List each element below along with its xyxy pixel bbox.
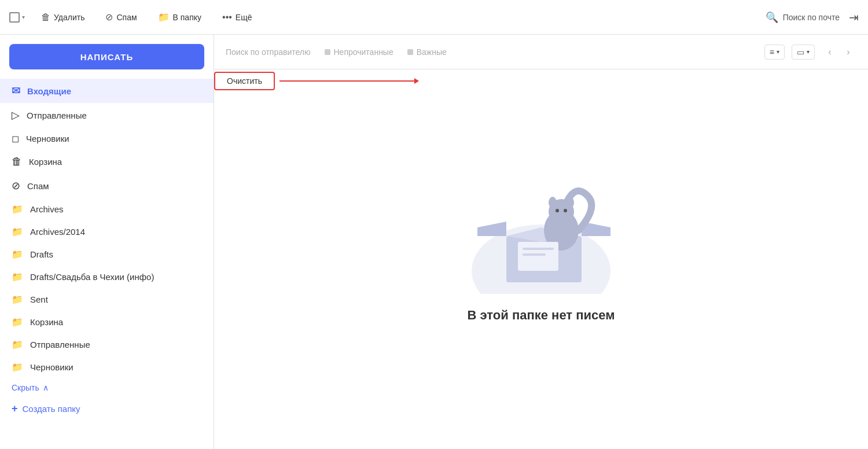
create-folder-label: Создать папку: [23, 404, 80, 414]
unread-label: Непрочитанные: [334, 47, 393, 57]
delete-button[interactable]: 🗑 Удалить: [36, 9, 89, 26]
svg-rect-13: [523, 253, 546, 256]
clean-annotation: Очистить: [214, 72, 418, 90]
unread-dot: [325, 49, 330, 55]
sidebar-item-trash[interactable]: 🗑 Корзина: [0, 150, 214, 174]
sent3-icon: 📁: [12, 339, 23, 350]
important-dot: [407, 49, 413, 55]
search-icon: 🔍: [766, 11, 778, 24]
arrow-line: [279, 80, 418, 82]
sidebar-drafts-wedding-label: Drafts/Свадьба в Чехии (инфо): [30, 272, 154, 282]
sidebar-archives2014-label: Archives/2014: [30, 227, 85, 237]
more-icon: •••: [222, 12, 232, 23]
sender-search[interactable]: Поиск по отправителю: [226, 47, 311, 57]
sidebar-create-folder[interactable]: + Создать папку: [0, 397, 214, 421]
svg-marker-3: [477, 222, 506, 236]
sidebar-item-spam[interactable]: ⊘ Спам: [0, 174, 214, 198]
sort-button[interactable]: ≡ ▾: [764, 45, 785, 60]
sidebar-item-drafts-wedding[interactable]: 📁 Drafts/Свадьба в Чехии (инфо): [0, 266, 214, 288]
sidebar: НАПИСАТЬ ✉ Входящие ▷ Отправленные ◻ Чер…: [0, 35, 214, 449]
view-chevron: ▾: [807, 49, 810, 55]
view-button[interactable]: ▭ ▾: [792, 45, 815, 60]
select-dropdown-chevron[interactable]: ▾: [22, 14, 25, 20]
clean-button[interactable]: Очистить: [214, 72, 275, 90]
sidebar-item-archives[interactable]: 📁 Archives: [0, 198, 214, 220]
content-area: Поиск по отправителю Непрочитанные Важны…: [214, 35, 868, 449]
spam-sidebar-icon: ⊘: [12, 179, 20, 192]
sidebar-trash2-label: Корзина: [30, 317, 63, 327]
move-button[interactable]: 📁 В папку: [153, 8, 206, 26]
pagination-arrows: ‹ ›: [822, 44, 856, 60]
sidebar-item-archives2014[interactable]: 📁 Archives/2014: [0, 220, 214, 243]
compose-button[interactable]: НАПИСАТЬ: [9, 44, 204, 69]
arrow-indicator: [279, 80, 418, 82]
select-all-checkbox[interactable]: [9, 12, 20, 23]
sort-chevron: ▾: [777, 49, 779, 55]
main-layout: НАПИСАТЬ ✉ Входящие ▷ Отправленные ◻ Чер…: [0, 35, 868, 449]
toolbar: ▾ 🗑 Удалить ⊘ Спам 📁 В папку ••• Ещё 🔍 П…: [0, 0, 868, 35]
svg-point-7: [549, 197, 557, 208]
drafts-wedding-icon: 📁: [12, 271, 23, 282]
delete-label: Удалить: [54, 13, 84, 22]
svg-rect-11: [518, 242, 558, 271]
unread-filter[interactable]: Непрочитанные: [325, 47, 393, 57]
drafts-icon: ◻: [12, 133, 19, 144]
filter-right: ≡ ▾ ▭ ▾ ‹ ›: [764, 44, 856, 60]
select-all-dropdown[interactable]: ▾: [9, 12, 25, 23]
trash2-icon: 📁: [12, 316, 23, 327]
archives-icon: 📁: [12, 204, 23, 215]
empty-state-title: В этой папке нет писем: [468, 308, 615, 323]
more-button[interactable]: ••• Ещё: [218, 9, 256, 26]
prev-page-arrow[interactable]: ‹: [822, 44, 838, 60]
empty-illustration: [460, 172, 622, 294]
sidebar-item-drafts2[interactable]: 📁 Drafts: [0, 243, 214, 266]
inbox-icon: ✉: [12, 84, 20, 97]
sidebar-spam-label: Спам: [27, 181, 49, 191]
sidebar-item-trash2[interactable]: 📁 Корзина: [0, 311, 214, 333]
search-label: Поиск по почте: [783, 13, 840, 22]
next-page-arrow[interactable]: ›: [840, 44, 856, 60]
folder-icon: 📁: [158, 12, 170, 23]
delete-icon: 🗑: [41, 12, 50, 23]
sidebar-item-drafts3[interactable]: 📁 Черновики: [0, 356, 214, 378]
filter-bar: Поиск по отправителю Непрочитанные Важны…: [214, 35, 868, 69]
sidebar-drafts-label: Черновики: [26, 134, 69, 143]
view-icon: ▭: [797, 47, 804, 57]
important-label: Важные: [417, 47, 447, 57]
sidebar-sent3-label: Отправленные: [30, 340, 90, 349]
sidebar-inbox-label: Входящие: [27, 86, 71, 96]
important-filter[interactable]: Важные: [407, 47, 447, 57]
sort-icon: ≡: [770, 47, 774, 57]
hide-label: Скрыть: [12, 383, 39, 392]
toolbar-actions: ▾ 🗑 Удалить ⊘ Спам 📁 В папку ••• Ещё: [9, 8, 752, 26]
empty-state: В этой папке нет писем: [214, 69, 868, 449]
sidebar-sent-label: Отправленные: [27, 111, 87, 120]
spam-button[interactable]: ⊘ Спам: [101, 8, 141, 26]
sidebar-item-drafts[interactable]: ◻ Черновики: [0, 127, 214, 150]
sidebar-item-sent2[interactable]: 📁 Sent: [0, 288, 214, 311]
svg-rect-12: [523, 248, 554, 250]
sidebar-archives-label: Archives: [30, 204, 64, 214]
sidebar-sent2-label: Sent: [30, 295, 48, 304]
sidebar-drafts3-label: Черновики: [30, 362, 73, 372]
chevron-up-icon: ∧: [43, 383, 49, 392]
more-label: Ещё: [236, 13, 252, 22]
archives2014-icon: 📁: [12, 226, 23, 237]
sidebar-item-sent[interactable]: ▷ Отправленные: [0, 103, 214, 127]
sidebar-hide-toggle[interactable]: Скрыть ∧: [0, 378, 214, 397]
sidebar-drafts2-label: Drafts: [30, 249, 53, 259]
drafts3-icon: 📁: [12, 362, 23, 373]
sidebar-item-sent3[interactable]: 📁 Отправленные: [0, 333, 214, 356]
sidebar-item-inbox[interactable]: ✉ Входящие: [0, 79, 214, 103]
search-area[interactable]: 🔍 Поиск по почте: [766, 11, 840, 24]
svg-point-10: [564, 209, 567, 212]
drafts2-icon: 📁: [12, 249, 23, 260]
logout-icon[interactable]: ⇥: [849, 10, 859, 24]
move-label: В папку: [173, 13, 201, 22]
sent-icon: ▷: [12, 109, 20, 122]
spam-label: Спам: [116, 13, 137, 22]
arrow-head: [414, 78, 419, 84]
plus-icon: +: [12, 403, 18, 415]
svg-point-9: [556, 209, 559, 212]
toolbar-right: 🔍 Поиск по почте ⇥: [766, 10, 859, 24]
